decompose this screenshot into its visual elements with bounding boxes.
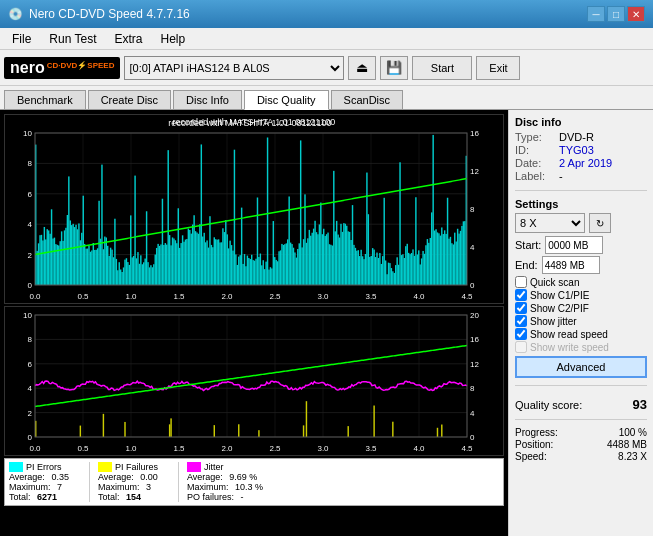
quick-scan-checkbox[interactable] (515, 276, 527, 288)
tab-bar: Benchmark Create Disc Disc Info Disc Qua… (0, 86, 653, 110)
eject-button[interactable]: ⏏ (348, 56, 376, 80)
id-value: TYG03 (559, 144, 594, 156)
nero-logo: nero CD·DVD⚡SPEED (4, 57, 120, 79)
legend-pi-failures: PI Failures Average: 0.00 Maximum: 3 Tot… (98, 462, 158, 502)
right-panel: Disc info Type: DVD-R ID: TYG03 Date: 2 … (508, 110, 653, 536)
menu-file[interactable]: File (4, 30, 39, 48)
position-label: Position: (515, 439, 553, 450)
show-jitter-label: Show jitter (530, 316, 577, 327)
legend-divider2 (178, 462, 179, 502)
tab-scandisc[interactable]: ScanDisc (331, 90, 403, 109)
show-c2-pif-label: Show C2/PIF (530, 303, 589, 314)
pi-failures-max-label: Maximum: (98, 482, 140, 492)
legend-jitter: Jitter Average: 9.69 % Maximum: 10.3 % P… (187, 462, 263, 502)
position-value: 4488 MB (607, 439, 647, 450)
disc-info-title: Disc info (515, 116, 647, 128)
pi-errors-color (9, 462, 23, 472)
show-write-speed-label: Show write speed (530, 342, 609, 353)
jitter-label: Jitter (204, 462, 224, 472)
show-write-speed-checkbox[interactable] (515, 341, 527, 353)
quality-score-row: Quality score: 93 (515, 397, 647, 412)
show-c1-pie-checkbox[interactable] (515, 289, 527, 301)
top-chart-canvas (5, 115, 495, 303)
advanced-button[interactable]: Advanced (515, 356, 647, 378)
speed-label: Speed: (515, 451, 547, 462)
end-input[interactable] (542, 256, 600, 274)
type-value: DVD-R (559, 131, 594, 143)
app-icon: 💿 (8, 7, 23, 21)
settings-title: Settings (515, 198, 647, 210)
date-value: 2 Apr 2019 (559, 157, 612, 169)
refresh-button[interactable]: ↻ (589, 213, 611, 233)
menu-help[interactable]: Help (153, 30, 194, 48)
legend-pi-errors: PI Errors Average: 0.35 Maximum: 7 Total… (9, 462, 69, 502)
chart-title: recorded with MATSHITA 1.01 08121100 (173, 117, 336, 127)
close-button[interactable]: ✕ (627, 6, 645, 22)
progress-label: Progress: (515, 427, 558, 438)
quality-score-value: 93 (633, 397, 647, 412)
disc-label-label: Label: (515, 170, 555, 182)
menu-extra[interactable]: Extra (106, 30, 150, 48)
pi-errors-max-value: 7 (57, 482, 62, 492)
quality-score-label: Quality score: (515, 399, 582, 411)
maximize-button[interactable]: □ (607, 6, 625, 22)
exit-button[interactable]: Exit (476, 56, 520, 80)
date-label: Date: (515, 157, 555, 169)
quick-scan-label: Quick scan (530, 277, 579, 288)
bottom-chart-canvas (5, 307, 495, 455)
pi-failures-avg-label: Average: (98, 472, 134, 482)
title-bar: 💿 Nero CD-DVD Speed 4.7.7.16 ─ □ ✕ (0, 0, 653, 28)
start-input[interactable] (545, 236, 603, 254)
end-label: End: (515, 259, 538, 271)
menu-run-test[interactable]: Run Test (41, 30, 104, 48)
jitter-color (187, 462, 201, 472)
jitter-avg-value: 9.69 % (229, 472, 257, 482)
po-failures-value: - (240, 492, 243, 502)
pi-errors-label: PI Errors (26, 462, 62, 472)
speed-select[interactable]: 8 X (515, 213, 585, 233)
tab-benchmark[interactable]: Benchmark (4, 90, 86, 109)
start-button[interactable]: Start (412, 56, 472, 80)
minimize-button[interactable]: ─ (587, 6, 605, 22)
show-read-speed-label: Show read speed (530, 329, 608, 340)
po-failures-label: PO failures: (187, 492, 234, 502)
pi-errors-total-value: 6271 (37, 492, 57, 502)
show-jitter-checkbox[interactable] (515, 315, 527, 327)
id-label: ID: (515, 144, 555, 156)
tab-create-disc[interactable]: Create Disc (88, 90, 171, 109)
disc-info-section: Disc info Type: DVD-R ID: TYG03 Date: 2 … (515, 116, 647, 183)
jitter-max-label: Maximum: (187, 482, 229, 492)
drive-select[interactable]: [0:0] ATAPI iHAS124 B AL0S (124, 56, 344, 80)
settings-section: Settings 8 X ↻ Start: End: Quick scan (515, 198, 647, 378)
toolbar: nero CD·DVD⚡SPEED [0:0] ATAPI iHAS124 B … (0, 50, 653, 86)
title-bar-text: Nero CD-DVD Speed 4.7.7.16 (29, 7, 190, 21)
pi-errors-total-label: Total: (9, 492, 31, 502)
pi-failures-max-value: 3 (146, 482, 151, 492)
pi-errors-max-label: Maximum: (9, 482, 51, 492)
menu-bar: File Run Test Extra Help (0, 28, 653, 50)
pi-failures-total-label: Total: (98, 492, 120, 502)
legend-divider1 (89, 462, 90, 502)
pi-errors-avg-label: Average: (9, 472, 45, 482)
jitter-avg-label: Average: (187, 472, 223, 482)
pi-failures-label: PI Failures (115, 462, 158, 472)
save-button[interactable]: 💾 (380, 56, 408, 80)
chart-area: recorded with MATSHITA 1.01 08121100 PI … (0, 110, 508, 536)
type-label: Type: (515, 131, 555, 143)
pi-failures-total-value: 154 (126, 492, 141, 502)
tab-disc-quality[interactable]: Disc Quality (244, 90, 329, 110)
progress-value: 100 % (619, 427, 647, 438)
jitter-max-value: 10.3 % (235, 482, 263, 492)
tab-disc-info[interactable]: Disc Info (173, 90, 242, 109)
show-read-speed-checkbox[interactable] (515, 328, 527, 340)
speed-value: 8.23 X (618, 451, 647, 462)
show-c1-pie-label: Show C1/PIE (530, 290, 589, 301)
start-label: Start: (515, 239, 541, 251)
pi-failures-avg-value: 0.00 (140, 472, 158, 482)
disc-label-value: - (559, 170, 563, 182)
pi-failures-color (98, 462, 112, 472)
legend: PI Errors Average: 0.35 Maximum: 7 Total… (4, 458, 504, 506)
main-content: recorded with MATSHITA 1.01 08121100 PI … (0, 110, 653, 536)
show-c2-pif-checkbox[interactable] (515, 302, 527, 314)
pi-errors-avg-value: 0.35 (51, 472, 69, 482)
